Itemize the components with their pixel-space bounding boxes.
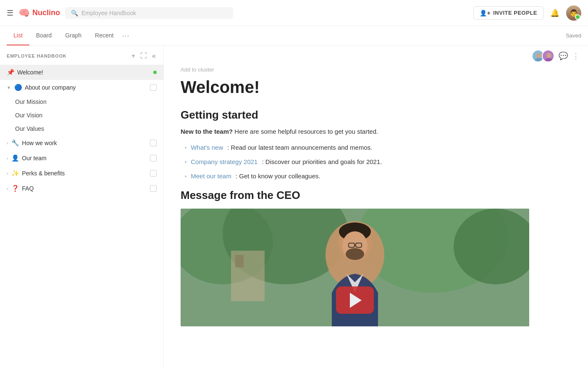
online-dot — [153, 71, 157, 74]
sub-item-label: Our Vision — [15, 112, 42, 119]
add-to-cluster[interactable]: Add to cluster — [164, 62, 588, 73]
item-checkbox[interactable] — [150, 170, 157, 177]
svg-rect-12 — [235, 255, 244, 267]
sidebar-item-label: Our team — [22, 155, 147, 161]
question-icon: ❓ — [11, 185, 19, 192]
page-title: Welcome! — [164, 73, 588, 101]
tab-recent[interactable]: Recent — [88, 26, 120, 45]
sidebar-expand-button[interactable]: ⛶ — [139, 51, 148, 61]
logo[interactable]: 🧠 Nuclino — [18, 8, 60, 19]
sidebar-collapse-button[interactable]: « — [151, 51, 157, 61]
video-container[interactable] — [181, 209, 529, 326]
section-heading-ceo: Message from the CEO — [181, 189, 571, 202]
saved-status: Saved — [566, 32, 581, 39]
avatar-image: 👨 — [566, 5, 581, 21]
avatar-svg-2 — [543, 50, 554, 62]
logo-text: Nuclino — [32, 8, 60, 17]
chevron-right-icon: › — [7, 141, 8, 146]
list-item: What's new: Read our latest team announc… — [185, 143, 571, 153]
sparkles-icon: ✨ — [11, 169, 19, 177]
meet-our-team-link[interactable]: Meet our team — [191, 171, 231, 181]
chevron-right-icon: › — [7, 171, 8, 176]
collaborator-avatars — [532, 50, 554, 62]
item-checkbox[interactable] — [150, 140, 157, 146]
sub-item-label: Our Mission — [15, 98, 47, 105]
sidebar-sub-about: Our Mission Our Vision Our Values — [0, 95, 163, 135]
video-play-button[interactable] — [336, 286, 374, 314]
sidebar: EMPLOYEE HANDBOOK + ⛶ « 📌 Welcome! ▼ 🔵 A… — [0, 45, 164, 368]
invite-label: INVITE PEOPLE — [493, 10, 537, 16]
intro-paragraph: New to the team? Here are some helpful r… — [181, 127, 571, 137]
sidebar-item-our-mission[interactable]: Our Mission — [15, 95, 163, 109]
search-icon: 🔍 — [71, 10, 78, 16]
tabs-more-icon[interactable]: ⋯ — [122, 32, 129, 40]
person-icon: 👤 — [11, 154, 19, 162]
bullet-rest: : Get to know your colleagues. — [236, 171, 320, 181]
sidebar-actions: + ⛶ « — [131, 51, 157, 61]
bullet-rest: : Discover our priorities and goals for … — [262, 157, 382, 167]
search-placeholder: Employee Handbook — [81, 10, 136, 16]
sidebar-item-how-we-work[interactable]: › 🔧 How we work — [0, 135, 163, 151]
content-area: 💬 ⋮ Add to cluster Welcome! Getting star… — [164, 45, 588, 368]
intro-bold: New to the team? — [181, 128, 233, 135]
play-triangle-icon — [350, 293, 362, 308]
sidebar-item-our-team[interactable]: › 👤 Our team — [0, 151, 163, 166]
tab-graph[interactable]: Graph — [58, 26, 88, 45]
sidebar-header: EMPLOYEE HANDBOOK + ⛶ « — [0, 45, 163, 65]
list-item: Meet our team: Get to know your colleagu… — [185, 171, 571, 181]
whats-new-link[interactable]: What's new — [191, 143, 223, 153]
comment-icon[interactable]: 💬 — [559, 51, 568, 61]
list-item: Company strategy 2021: Discover our prio… — [185, 157, 571, 167]
page-content: Getting started New to the team? Here ar… — [164, 109, 588, 343]
collaborator-avatar-2[interactable] — [542, 50, 554, 62]
hamburger-icon[interactable]: ☰ — [7, 8, 13, 18]
sidebar-item-label: FAQ — [22, 185, 147, 192]
bullet-list: What's new: Read our latest team announc… — [181, 143, 571, 181]
sidebar-item-about[interactable]: ▼ 🔵 About our company — [0, 80, 163, 95]
sidebar-item-label: Perks & benefits — [22, 170, 147, 177]
sidebar-item-welcome[interactable]: 📌 Welcome! — [0, 65, 163, 80]
sidebar-item-faq[interactable]: › ❓ FAQ — [0, 181, 163, 196]
item-checkbox[interactable] — [150, 185, 157, 192]
svg-point-1 — [536, 53, 541, 58]
wrench-icon: 🔧 — [11, 139, 19, 147]
notification-bell-icon[interactable]: 🔔 — [550, 8, 559, 18]
tab-board[interactable]: Board — [29, 26, 58, 45]
sidebar-add-button[interactable]: + — [131, 51, 136, 61]
sidebar-item-our-values[interactable]: Our Values — [15, 122, 163, 135]
item-checkbox[interactable] — [150, 155, 157, 161]
tab-list[interactable]: List — [7, 26, 29, 45]
chevron-down-icon: ▼ — [7, 85, 11, 90]
item-checkbox[interactable] — [150, 84, 157, 91]
svg-point-17 — [346, 248, 364, 260]
sidebar-item-label: Welcome! — [17, 69, 151, 76]
svg-point-4 — [546, 53, 551, 58]
search-bar[interactable]: 🔍 Employee Handbook — [65, 7, 233, 19]
more-options-icon[interactable]: ⋮ — [572, 51, 580, 61]
brain-icon: 🧠 — [18, 8, 30, 19]
person-plus-icon: 👤+ — [480, 10, 491, 16]
tabs-row: List Board Graph Recent ⋯ Saved — [0, 26, 588, 45]
main-layout: EMPLOYEE HANDBOOK + ⛶ « 📌 Welcome! ▼ 🔵 A… — [0, 45, 588, 368]
sidebar-item-perks[interactable]: › ✨ Perks & benefits — [0, 166, 163, 181]
sidebar-item-label: About our company — [25, 84, 147, 91]
user-avatar[interactable]: 👨 — [566, 5, 581, 21]
pin-icon: 📌 — [7, 69, 15, 76]
chevron-right-icon: › — [7, 186, 8, 191]
company-strategy-link[interactable]: Company strategy 2021 — [191, 157, 257, 167]
sidebar-item-our-vision[interactable]: Our Vision — [15, 109, 163, 122]
sidebar-title: EMPLOYEE HANDBOOK — [7, 53, 67, 58]
topbar: ☰ 🧠 Nuclino 🔍 Employee Handbook 👤+ INVIT… — [0, 0, 588, 26]
chevron-right-icon: › — [7, 156, 8, 161]
topbar-right: 👤+ INVITE PEOPLE 🔔 👨 — [473, 5, 581, 21]
bullet-rest: : Read our latest team announcements and… — [227, 143, 372, 153]
sub-item-label: Our Values — [15, 125, 44, 132]
info-icon: 🔵 — [14, 84, 22, 91]
invite-people-button[interactable]: 👤+ INVITE PEOPLE — [473, 6, 543, 20]
sidebar-item-label: How we work — [22, 140, 147, 146]
content-toolbar: 💬 ⋮ — [164, 45, 588, 62]
section-heading-getting-started: Getting started — [181, 109, 571, 122]
intro-text: Here are some helpful resources to get y… — [233, 128, 378, 135]
